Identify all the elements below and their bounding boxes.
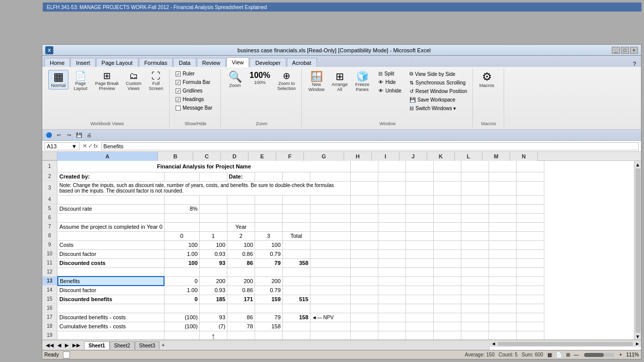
view-layout-icon[interactable]: 📄 (556, 352, 562, 357)
total-header[interactable]: Total (282, 231, 310, 240)
empty-cell[interactable] (461, 331, 489, 339)
empty-cell[interactable] (461, 204, 489, 213)
empty-cell[interactable] (433, 267, 461, 277)
db-y0[interactable]: 0 (164, 295, 199, 304)
empty-cell[interactable] (516, 181, 544, 195)
cum-y1[interactable]: (7) (199, 322, 227, 331)
empty-cell[interactable] (199, 267, 227, 277)
col-header-g[interactable]: G (304, 152, 344, 161)
tab-nav-first[interactable]: ◀◀ (44, 342, 55, 348)
discount-factor-costs-label[interactable]: Discount factor (58, 249, 164, 258)
empty-cell[interactable] (282, 204, 310, 213)
empty-cell[interactable] (406, 161, 433, 172)
empty-cell[interactable] (461, 277, 489, 286)
empty-cell[interactable] (350, 304, 378, 313)
empty-cell[interactable] (489, 231, 516, 240)
empty-cell[interactable] (164, 267, 199, 277)
gridlines-toggle[interactable]: Gridlines (174, 87, 214, 95)
empty-cell[interactable] (516, 195, 544, 204)
empty-cell[interactable] (350, 249, 378, 258)
minimize-button[interactable]: _ (612, 47, 620, 54)
year-3-header[interactable]: 3 (255, 231, 282, 240)
empty-cell[interactable] (489, 172, 516, 181)
empty-cell[interactable] (406, 258, 433, 267)
discount-rate-value[interactable]: 8% (164, 204, 199, 213)
synchronous-scrolling-button[interactable]: ⇅ Synchronous Scrolling (408, 79, 469, 86)
row-num-17[interactable]: 17 (42, 313, 57, 322)
empty-cell[interactable] (433, 304, 461, 313)
empty-cell[interactable] (227, 213, 255, 222)
empty-cell[interactable] (350, 322, 378, 331)
sheet-tab-2[interactable]: Sheet2 (110, 341, 135, 349)
empty-cell[interactable] (255, 172, 282, 181)
empty-cell[interactable] (282, 213, 310, 222)
empty-cell[interactable] (350, 213, 378, 222)
empty-cell[interactable] (433, 331, 461, 339)
empty-cell[interactable] (255, 195, 282, 204)
zoom-slider[interactable] (584, 353, 614, 357)
empty-cell[interactable] (406, 249, 433, 258)
dc-y0[interactable]: 100 (164, 258, 199, 267)
empty-cell[interactable] (406, 181, 433, 195)
row-num-9[interactable]: 9 (42, 240, 57, 249)
empty-cell[interactable] (255, 204, 282, 213)
empty-cell[interactable] (227, 331, 255, 339)
reset-window-button[interactable]: ↺ Reset Window Position (408, 87, 469, 95)
empty-cell[interactable] (378, 304, 406, 313)
empty-cell[interactable] (378, 267, 406, 277)
dbc-y2[interactable]: 86 (227, 313, 255, 322)
scroll-thumb[interactable] (635, 168, 640, 333)
empty-cell[interactable] (378, 295, 406, 304)
discount-factor-benefits-label[interactable]: Discount factor (58, 286, 164, 295)
empty-cell[interactable] (164, 304, 199, 313)
row-num-10[interactable]: 10 (42, 249, 57, 258)
formula-function-icon[interactable]: fx (94, 143, 98, 149)
empty-cell[interactable] (350, 295, 378, 304)
empty-cell[interactable] (227, 195, 255, 204)
note-cell[interactable]: Note: Change the inputs, such as discoun… (58, 181, 350, 195)
empty-cell[interactable] (461, 222, 489, 231)
empty-cell[interactable] (433, 204, 461, 213)
empty-cell[interactable] (350, 286, 378, 295)
db-costs-label[interactable]: Discounted benefits - costs (58, 313, 164, 322)
empty-cell[interactable] (310, 249, 350, 258)
dbc-y1[interactable]: 93 (199, 313, 227, 322)
h-scroll-thumb[interactable] (498, 342, 633, 346)
df-benefits-y1[interactable]: 0.93 (199, 286, 227, 295)
empty-cell[interactable] (461, 258, 489, 267)
empty-cell[interactable] (350, 240, 378, 249)
col-header-d[interactable]: D (221, 152, 249, 161)
sheet-tab-3[interactable]: Sheet3 (135, 341, 160, 349)
empty-cell[interactable] (58, 267, 164, 277)
zoom-minus-button[interactable]: — (574, 352, 579, 357)
tab-developer[interactable]: Developer (250, 58, 286, 67)
empty-cell[interactable] (58, 304, 164, 313)
df-benefits-y2[interactable]: 0.86 (227, 286, 255, 295)
empty-cell[interactable] (378, 313, 406, 322)
empty-cell[interactable] (433, 213, 461, 222)
empty-cell[interactable] (433, 286, 461, 295)
empty-cell[interactable] (199, 304, 227, 313)
empty-cell[interactable] (255, 213, 282, 222)
empty-cell[interactable] (406, 204, 433, 213)
empty-cell[interactable] (282, 195, 310, 204)
zoom-plus-button[interactable]: + (619, 352, 622, 357)
empty-cell[interactable] (378, 240, 406, 249)
col-header-j[interactable]: J (399, 152, 427, 161)
row-num-11[interactable]: 11 (42, 258, 57, 267)
col-header-n[interactable]: N (510, 152, 538, 161)
empty-cell[interactable] (433, 249, 461, 258)
empty-cell[interactable] (489, 195, 516, 204)
empty-cell[interactable] (433, 277, 461, 286)
empty-cell[interactable] (255, 304, 282, 313)
empty-cell[interactable] (489, 304, 516, 313)
dc-y1[interactable]: 93 (199, 258, 227, 267)
empty-cell[interactable] (350, 181, 378, 195)
empty-cell[interactable] (310, 295, 350, 304)
empty-cell[interactable] (461, 295, 489, 304)
headings-toggle[interactable]: Headings (174, 96, 214, 103)
tab-page-layout[interactable]: Page Layout (96, 58, 138, 67)
costs-y3[interactable]: 100 (255, 240, 282, 249)
cum-y2[interactable]: 78 (227, 322, 255, 331)
empty-cell[interactable] (378, 286, 406, 295)
